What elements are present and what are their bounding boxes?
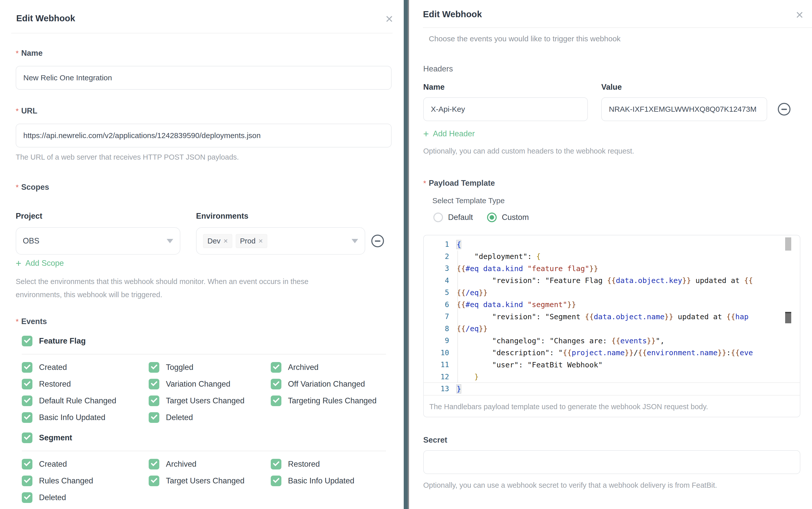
close-icon[interactable]: × xyxy=(386,13,393,24)
event-option[interactable]: Archived xyxy=(271,362,392,373)
code-text: {{#eq data.kind "segment"}} xyxy=(457,300,576,309)
event-groups: Feature FlagCreatedToggledArchivedRestor… xyxy=(22,336,392,503)
event-option[interactable]: Deleted xyxy=(22,492,149,503)
event-option[interactable]: Target Users Changed xyxy=(149,476,271,486)
checkbox-checked[interactable] xyxy=(149,362,159,373)
header-name-column-label: Name xyxy=(423,82,601,92)
remove-scope-button[interactable] xyxy=(371,235,384,247)
payload-template-editor[interactable]: 1{2 "deployment": {3{{#eq data.kind "fea… xyxy=(423,235,800,417)
required-marker: * xyxy=(16,317,19,326)
event-option-label: Toggled xyxy=(166,363,193,372)
checkbox-checked[interactable] xyxy=(149,476,159,486)
event-option[interactable]: Default Rule Changed xyxy=(22,396,149,406)
checkbox-checked[interactable] xyxy=(271,379,281,389)
checkbox-checked[interactable] xyxy=(22,476,32,486)
code-text: "changelog": "Changes are: {{events}}", xyxy=(457,336,665,345)
radio-default[interactable]: Default xyxy=(433,212,473,222)
event-group: Feature FlagCreatedToggledArchivedRestor… xyxy=(22,336,392,423)
header-value-column-label: Value xyxy=(601,82,622,92)
event-option[interactable]: Basic Info Updated xyxy=(22,412,149,423)
event-option[interactable]: Toggled xyxy=(149,362,271,373)
event-option[interactable]: Restored xyxy=(22,379,149,389)
line-number: 13 xyxy=(424,384,449,393)
checkbox-checked[interactable] xyxy=(271,476,281,486)
code-text: {{/eq}} xyxy=(457,324,488,333)
code-line: 11 "user": "FeatBit Webhook" xyxy=(424,359,800,371)
code-text: "user": "FeatBit Webhook" xyxy=(457,361,603,369)
line-number: 4 xyxy=(424,276,449,285)
checkbox-checked[interactable] xyxy=(149,396,159,406)
modal-header: Edit Webhook × xyxy=(409,0,812,20)
event-option[interactable]: Archived xyxy=(149,459,271,470)
line-number: 3 xyxy=(424,264,449,273)
event-option[interactable]: Created xyxy=(22,362,149,373)
checkbox-checked[interactable] xyxy=(271,396,281,406)
checkbox-checked[interactable] xyxy=(22,396,32,406)
environment-tag[interactable]: Dev× xyxy=(203,234,232,248)
add-header-link[interactable]: + Add Header xyxy=(423,129,475,138)
close-icon[interactable]: × xyxy=(796,9,803,20)
required-marker: * xyxy=(423,179,426,188)
header-column-labels: Name Value xyxy=(423,82,800,92)
remove-tag-icon[interactable]: × xyxy=(258,237,263,245)
event-option[interactable]: Targeting Rules Changed xyxy=(271,396,392,406)
scopes-help-text: Select the environments that this webhoo… xyxy=(16,275,350,301)
secret-input[interactable] xyxy=(423,450,800,474)
event-option[interactable]: Restored xyxy=(271,459,392,470)
code-text: "deployment": { xyxy=(457,252,541,261)
event-group-label: Segment xyxy=(39,433,72,442)
event-option[interactable]: Variation Changed xyxy=(149,379,271,389)
checkbox-checked[interactable] xyxy=(22,459,32,470)
header-name-input[interactable] xyxy=(423,97,588,121)
checkbox-checked[interactable] xyxy=(22,412,32,423)
event-option-label: Variation Changed xyxy=(166,379,231,389)
event-option[interactable]: Rules Changed xyxy=(22,476,149,486)
url-input[interactable] xyxy=(16,124,392,147)
checkbox-checked[interactable] xyxy=(22,492,32,503)
environment-tag-label: Dev xyxy=(207,237,221,245)
event-group-label: Feature Flag xyxy=(39,336,85,346)
checkbox-checked[interactable] xyxy=(22,336,32,346)
event-option-label: Restored xyxy=(288,460,320,469)
checkbox-checked[interactable] xyxy=(22,433,32,443)
checkbox-checked[interactable] xyxy=(271,459,281,470)
checkbox-checked[interactable] xyxy=(149,379,159,389)
add-scope-link[interactable]: + Add Scope xyxy=(16,259,64,268)
checkbox-checked[interactable] xyxy=(22,362,32,373)
remove-tag-icon[interactable]: × xyxy=(224,237,228,245)
remove-header-button[interactable] xyxy=(778,103,790,115)
edit-webhook-modal-basic: Edit Webhook × * Name * URL The URL of a… xyxy=(0,0,404,509)
environments-select[interactable]: Dev×Prod× xyxy=(196,227,365,254)
group-divider xyxy=(22,451,386,451)
checkbox-checked[interactable] xyxy=(149,459,159,470)
code-line: 8{{/eq}} xyxy=(424,323,800,335)
minus-icon xyxy=(375,240,380,242)
environment-tag[interactable]: Prod× xyxy=(236,234,267,248)
event-option[interactable]: Basic Info Updated xyxy=(271,476,392,486)
event-option[interactable]: Deleted xyxy=(149,412,271,423)
modal-header: Edit Webhook × xyxy=(0,0,404,24)
event-option-label: Deleted xyxy=(39,493,66,502)
template-type-label: Select Template Type xyxy=(432,196,800,205)
line-number: 12 xyxy=(424,373,449,381)
header-value-input[interactable] xyxy=(601,97,767,121)
checkbox-checked[interactable] xyxy=(149,412,159,423)
checkbox-checked[interactable] xyxy=(271,362,281,373)
code-text: "description": "{{project.name}}/{{envir… xyxy=(457,348,753,357)
plus-icon: + xyxy=(423,130,429,138)
event-option[interactable]: Created xyxy=(22,459,149,470)
scrollbar-thumb[interactable] xyxy=(785,237,791,250)
radio-selected-icon xyxy=(487,212,497,222)
name-input[interactable] xyxy=(16,66,392,90)
line-number: 10 xyxy=(424,349,449,357)
events-field-label: * Events xyxy=(16,317,392,326)
project-select[interactable]: OBS xyxy=(16,227,180,254)
event-group-header: Feature Flag xyxy=(22,336,392,346)
event-option[interactable]: Off Variation Changed xyxy=(271,379,392,389)
code-lines: 1{2 "deployment": {3{{#eq data.kind "fea… xyxy=(424,238,800,395)
checkbox-checked[interactable] xyxy=(22,379,32,389)
code-line: 1{ xyxy=(424,238,800,250)
radio-custom[interactable]: Custom xyxy=(487,212,529,222)
event-option[interactable]: Target Users Changed xyxy=(149,396,271,406)
code-line: 10 "description": "{{project.name}}/{{en… xyxy=(424,347,800,359)
